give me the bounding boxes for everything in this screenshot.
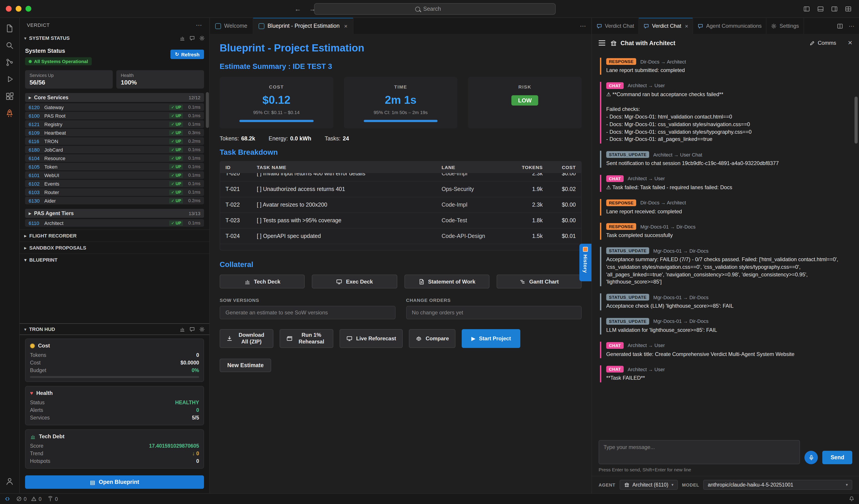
- time-card: TIME 2m 1s 95% CI: 1m 50s – 2m 19s: [344, 77, 457, 128]
- comment-icon[interactable]: [189, 326, 195, 332]
- message-route: Architect → User: [628, 176, 665, 181]
- message-input[interactable]: [599, 440, 800, 464]
- message-body: Acceptance check (LLM) 'lighthouse_score…: [606, 302, 848, 310]
- sidebar-scrollbar-thumb[interactable]: [206, 92, 209, 128]
- message-type-badge: STATUS_UPDATE: [606, 294, 649, 301]
- sidebar-more-icon[interactable]: ⋯: [196, 21, 202, 29]
- live-reforecast-button[interactable]: Live Reforecast: [340, 329, 403, 348]
- tech-deck-button[interactable]: Tech Deck: [220, 275, 305, 288]
- collapsed-section-header[interactable]: ▸ FLIGHT RECORDER: [20, 229, 209, 242]
- hud-tech-debt-card: Tech Debt Score 17.401591029870605 Trend…: [25, 429, 204, 469]
- refresh-button[interactable]: ↻ Refresh: [170, 50, 204, 59]
- up-badge: ✓ UP: [169, 113, 183, 118]
- tab-settings[interactable]: Settings: [767, 18, 804, 34]
- composer-hint: Press Enter to send, Shift+Enter for new…: [592, 465, 859, 476]
- section-tron-hud[interactable]: ▾ TRON HUD: [20, 323, 209, 335]
- search-sidebar-icon[interactable]: [0, 37, 19, 54]
- task-table-header: ID TASK NAME LANE TOKENS COST: [220, 162, 581, 173]
- exec-deck-button[interactable]: Exec Deck: [312, 275, 397, 288]
- close-window-button[interactable]: [6, 6, 12, 12]
- close-chat-icon[interactable]: ×: [848, 39, 852, 47]
- chart-icon[interactable]: [179, 35, 185, 41]
- agent-select[interactable]: Architect (6110) ▾: [619, 480, 678, 490]
- tab-blueprint-project-estimation[interactable]: Blueprint - Project Estimation ×: [253, 18, 353, 34]
- section-system-status[interactable]: ▾ SYSTEM STATUS: [20, 32, 209, 44]
- statement-of-work-button[interactable]: Statement of Work: [404, 275, 489, 288]
- tab-welcome[interactable]: Welcome: [210, 18, 253, 34]
- gear-icon[interactable]: [199, 326, 205, 332]
- collateral-heading: Collateral: [220, 260, 582, 269]
- send-button[interactable]: Send: [823, 451, 852, 464]
- explorer-icon[interactable]: [0, 20, 19, 37]
- menu-icon[interactable]: [599, 40, 605, 46]
- stat-card: Services Up 56/56: [25, 70, 113, 89]
- download-all-zip-button[interactable]: Download All (ZIP): [220, 329, 273, 348]
- search-input[interactable]: [423, 6, 455, 12]
- toggle-panel-icon[interactable]: [817, 5, 824, 12]
- service-row: 6102 Events ✓ UP 0.1ms: [25, 180, 204, 187]
- remote-indicator[interactable]: [4, 496, 10, 502]
- tech-debt-chart-icon: [30, 433, 36, 439]
- sow-versions-select[interactable]: Generate an estimate to see SoW versions: [220, 306, 395, 319]
- customize-layout-icon[interactable]: [845, 5, 852, 12]
- message-route: Architect → User: [628, 83, 665, 88]
- close-tab-icon[interactable]: ×: [344, 22, 347, 29]
- chat-scrollbar-thumb[interactable]: [855, 96, 858, 143]
- task-table-body[interactable]: T-020 [ ] Invalid input returns 400 with…: [220, 173, 581, 250]
- compare-button[interactable]: Compare: [409, 329, 456, 348]
- service-row: 6120 Gateway ✓ UP 0.1ms: [25, 103, 204, 111]
- bell-icon[interactable]: [849, 496, 855, 502]
- command-search-box[interactable]: [314, 3, 556, 15]
- blueprint-icon: ▤: [90, 479, 95, 486]
- tab-agent-communications[interactable]: Agent Communications: [693, 18, 767, 34]
- extensions-icon[interactable]: [0, 88, 19, 105]
- ports-indicator[interactable]: 0: [47, 496, 58, 502]
- group-expand-icon: ▶: [29, 95, 31, 100]
- chat-header: Chat with Architect Comms ×: [592, 34, 859, 52]
- open-blueprint-button[interactable]: ▤ Open Blueprint: [25, 475, 204, 489]
- gantt-chart-button[interactable]: Gantt Chart: [497, 275, 582, 288]
- coin-icon: [30, 343, 35, 348]
- history-tab[interactable]: History: [579, 244, 591, 281]
- gear-icon[interactable]: [199, 35, 205, 41]
- mic-button[interactable]: [805, 451, 818, 464]
- time-ci-bar: [364, 120, 438, 122]
- chat-message: STATUS_UPDATE Mgr-Docs-01 → Dir-Docs Acc…: [600, 293, 848, 310]
- chart-icon[interactable]: [179, 326, 185, 332]
- chevron-right-icon: ▸: [24, 233, 27, 239]
- run-debug-icon[interactable]: [0, 71, 19, 88]
- source-control-icon[interactable]: [0, 54, 19, 71]
- message-body: Lane report submitted: completed: [606, 67, 848, 74]
- app-window: ← → VERDICT ⋯: [0, 0, 859, 504]
- comment-icon[interactable]: [189, 35, 195, 41]
- zoom-window-button[interactable]: [26, 6, 31, 12]
- panel-more-icon[interactable]: ⋯: [849, 22, 855, 29]
- group-pas-agent-tiers[interactable]: ▶ PAS Agent Tiers 13/13: [25, 209, 204, 218]
- section-blueprint[interactable]: ▾ BLUEPRINT: [20, 254, 209, 266]
- group-core-services[interactable]: ▶ Core Services 12/12: [25, 93, 204, 102]
- start-project-button[interactable]: ▶Start Project: [462, 329, 520, 348]
- editor-actions-more-icon[interactable]: ⋯: [574, 22, 591, 30]
- model-select[interactable]: anthropic/claude-haiku-4-5-20251001 ▾: [703, 480, 852, 490]
- message-type-badge: CHAT: [606, 342, 624, 349]
- tab-verdict-chat-2[interactable]: Verdict Chat ×: [639, 18, 693, 34]
- toggle-sidebar-right-icon[interactable]: [831, 5, 838, 12]
- verdict-extension-icon[interactable]: [0, 105, 19, 122]
- toggle-sidebar-left-icon[interactable]: [803, 5, 810, 12]
- new-estimate-button[interactable]: New Estimate: [220, 358, 271, 372]
- split-editor-icon[interactable]: [837, 22, 843, 29]
- verdict-sidebar: VERDICT ⋯ ▾ SYSTEM STATUS System Status: [20, 18, 210, 493]
- message-body: Lane report received: completed: [606, 208, 848, 215]
- account-icon[interactable]: [0, 473, 19, 490]
- collapsed-section-header[interactable]: ▸ SANDBOX PROPOSALS: [20, 242, 209, 254]
- close-tab-icon[interactable]: ×: [685, 22, 688, 29]
- run-rehearsal-button[interactable]: Run 1% Rehearsal: [280, 329, 333, 348]
- problems-indicator[interactable]: 0 0: [16, 496, 42, 502]
- comms-button[interactable]: Comms: [809, 40, 836, 46]
- message-route: Mgr-Docs-01 → Dir-Docs: [640, 224, 695, 229]
- tab-verdict-chat-1[interactable]: Verdict Chat: [592, 18, 639, 34]
- back-icon[interactable]: ←: [295, 5, 301, 13]
- download-icon: [226, 335, 232, 342]
- minimize-window-button[interactable]: [16, 6, 21, 12]
- agent-model-bar: AGENT Architect (6110) ▾ MODEL anthropic…: [592, 476, 859, 493]
